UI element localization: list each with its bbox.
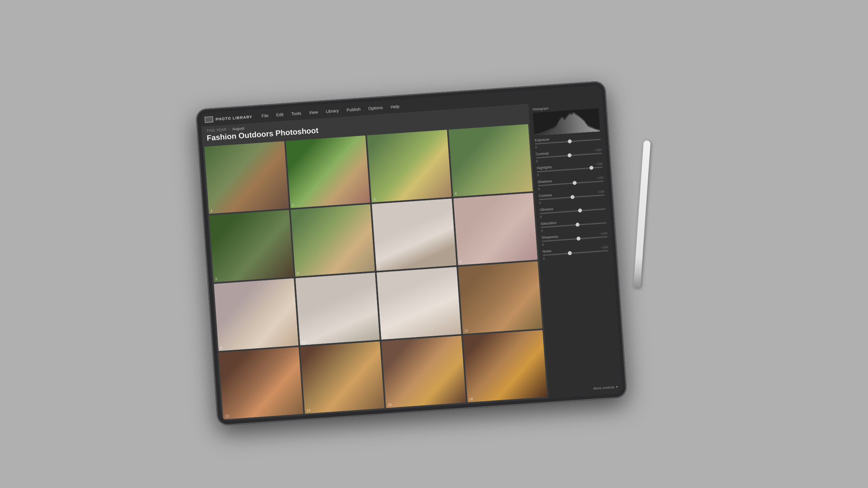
- contrast-label-2: Contrast: [539, 193, 552, 198]
- photo-cell-1[interactable]: 1: [204, 141, 289, 213]
- photo-cell-16[interactable]: 16: [463, 330, 547, 402]
- saturation-label: Saturation: [541, 221, 557, 226]
- photo-cell-5[interactable]: 5: [209, 210, 293, 282]
- noise-max: +100: [601, 245, 608, 249]
- shadows-max: +100: [596, 176, 604, 180]
- histogram-section: Histogram: [529, 101, 604, 139]
- contrast-max-2: +100: [597, 190, 604, 194]
- exposure-label: Exposure: [535, 137, 550, 143]
- vibrance-thumb[interactable]: [578, 208, 582, 213]
- stylus: [634, 140, 651, 287]
- shadows-label: Shadows: [537, 179, 552, 184]
- menu-edit[interactable]: Edit: [272, 108, 288, 122]
- content-area: THIS YEAR / August Fashion Outdoors Phot…: [201, 99, 622, 421]
- highlights-control: Highlights +100 0: [537, 162, 603, 177]
- histogram-display: [533, 108, 600, 136]
- contrast-thumb-2[interactable]: [570, 195, 575, 199]
- photo-cell-2[interactable]: 2: [286, 136, 370, 208]
- vibrance-control: Vibrance 0: [539, 203, 606, 219]
- menu-file[interactable]: File: [257, 108, 273, 123]
- contrast-label-1: Contrast: [536, 151, 549, 156]
- breadcrumb-this-year[interactable]: THIS YEAR: [206, 127, 227, 133]
- breadcrumb-separator: /: [229, 127, 230, 131]
- vibrance-label: Vibrance: [539, 207, 553, 211]
- shadows-control: Shadows +100 0: [537, 175, 604, 191]
- noise-thumb[interactable]: [568, 251, 572, 255]
- logo-icon: [205, 116, 214, 123]
- highlights-label: Highlights: [537, 165, 552, 170]
- breadcrumb-august[interactable]: August: [232, 126, 245, 131]
- photo-cell-9[interactable]: 9: [214, 278, 298, 351]
- more-controls-label: More controls: [593, 385, 615, 390]
- highlights-max: +100: [595, 162, 603, 166]
- menu-help[interactable]: Help: [386, 100, 404, 114]
- photo-cell-13[interactable]: 13: [219, 347, 303, 419]
- photo-cell-7[interactable]: 7: [372, 198, 456, 271]
- noise-label: Noise: [542, 249, 552, 254]
- photo-cell-6[interactable]: 6: [290, 204, 375, 277]
- main-panel: THIS YEAR / August Fashion Outdoors Phot…: [201, 104, 549, 421]
- saturation-control: Saturation 0: [541, 217, 607, 233]
- menu-view[interactable]: View: [305, 105, 322, 119]
- photo-cell-14[interactable]: 14: [300, 341, 384, 414]
- sharpness-label: Sharpness: [541, 235, 558, 240]
- contrast-max-1: +100: [594, 148, 602, 152]
- photo-cell-4[interactable]: 4: [448, 124, 533, 196]
- tablet-screen: PHOTO LIBRARY File Edit Tools View Libra…: [200, 86, 622, 421]
- tablet-frame: PHOTO LIBRARY File Edit Tools View Libra…: [195, 81, 627, 426]
- photo-cell-3[interactable]: 3: [367, 130, 451, 202]
- sharpness-max: +100: [600, 231, 608, 235]
- photo-cell-15[interactable]: 15: [381, 335, 466, 408]
- chevron-down-icon: ▾: [616, 385, 618, 389]
- menu-tools[interactable]: Tools: [287, 106, 305, 120]
- menu-library[interactable]: Library: [322, 104, 343, 119]
- photo-cell-11[interactable]: 11: [377, 267, 461, 339]
- noise-control: Noise +100 0: [542, 245, 609, 261]
- contrast-control-2: Contrast +100 0: [539, 189, 605, 205]
- menu-options[interactable]: Options: [364, 101, 387, 115]
- menu-publish[interactable]: Publish: [342, 102, 365, 117]
- photo-cell-10[interactable]: 10: [295, 273, 380, 345]
- photo-grid: 1 2 3 4 5 6 7 8 9 10 11 12 13 14 15 16: [203, 122, 549, 421]
- contrast-control-1: Contrast +100 0: [536, 148, 602, 163]
- app-title: PHOTO LIBRARY: [215, 114, 253, 121]
- sharpness-control: Sharpness +100 0: [541, 231, 608, 247]
- photo-cell-8[interactable]: 8: [453, 192, 537, 265]
- contrast-thumb-1[interactable]: [567, 153, 572, 158]
- app-logo: PHOTO LIBRARY: [205, 113, 253, 123]
- photo-cell-12[interactable]: 12: [458, 261, 542, 333]
